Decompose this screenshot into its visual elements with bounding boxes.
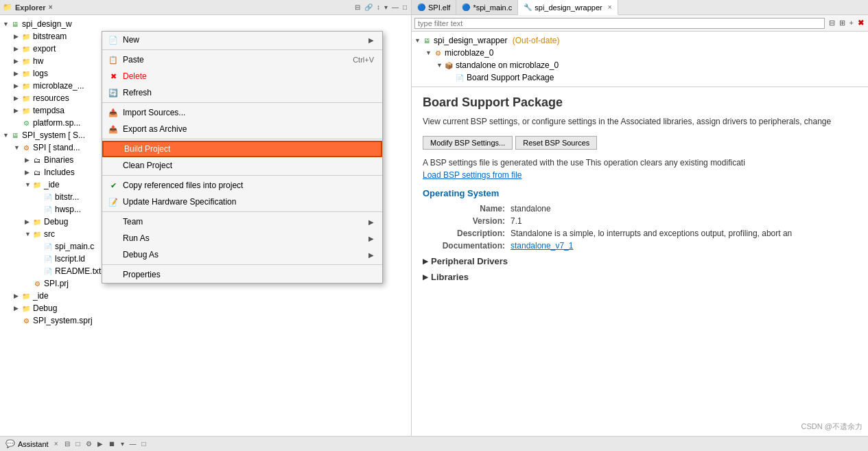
bottom-icon-7[interactable]: — xyxy=(128,439,138,448)
reset-bsp-button[interactable]: Reset BSP Sources xyxy=(515,136,597,150)
paste-menu-icon: 📋 xyxy=(108,54,119,65)
tree-arrow-debug2: ▶ xyxy=(14,305,21,312)
menu-item-copy-ref[interactable]: ✔ Copy referenced files into project xyxy=(102,177,382,194)
menu-item-new[interactable]: 📄 New ▶ xyxy=(102,32,382,48)
sync-icon[interactable]: ↕ xyxy=(375,3,382,12)
link-editor-icon[interactable]: 🔗 xyxy=(363,3,374,12)
bsp-action-buttons: Modify BSP Settings... Reset BSP Sources xyxy=(423,136,857,150)
bsp-tree-standalone[interactable]: ▼ 📦 standalone on microblaze_0 xyxy=(412,59,868,71)
tree-label-spi-main: spi_main.c xyxy=(55,242,94,251)
folder-icon-src: 📁 xyxy=(32,229,43,239)
menu-divider-3 xyxy=(102,139,382,139)
tree-label-debug: Debug xyxy=(44,217,68,227)
bsp-name-value: standalone xyxy=(511,204,551,213)
menu-item-run-as[interactable]: Run As ▶ xyxy=(102,230,382,246)
expand-bsp-icon[interactable]: ⊞ xyxy=(838,18,847,28)
context-menu: 📄 New ▶ 📋 Paste Ctrl+V xyxy=(102,31,383,284)
menu-item-build-label: Build Project xyxy=(124,144,170,154)
tab-label-spi-main-c: *spi_main.c xyxy=(473,3,512,12)
menu-item-paste[interactable]: 📋 Paste Ctrl+V xyxy=(102,51,382,68)
tab-spi-design-wrapper[interactable]: 🔧 spi_design_wrapper × xyxy=(518,0,618,15)
folder-icon-debug2: 📁 xyxy=(21,303,32,313)
assistant-close-icon[interactable]: × xyxy=(54,440,58,448)
bsp-version-label: Version: xyxy=(423,216,505,226)
tab-close-spi-design-wrapper[interactable]: × xyxy=(608,3,612,11)
menu-item-properties[interactable]: Properties xyxy=(102,266,382,283)
folder-icon-includes: 🗂 xyxy=(32,167,43,177)
add-bsp-icon[interactable]: + xyxy=(848,18,855,28)
menu-icon[interactable]: ▾ xyxy=(383,3,389,12)
right-panel: 🔵 SPI.elf 🔵 *spi_main.c 🔧 spi_design_wra… xyxy=(412,0,868,436)
tree-label-binaries: Binaries xyxy=(44,155,73,165)
export-menu-icon: 📤 xyxy=(108,124,119,135)
min-icon[interactable]: — xyxy=(390,3,400,12)
tree-item-ide2[interactable]: ▶ 📁 _ide xyxy=(0,290,411,302)
menu-item-export-label: Export as Archive xyxy=(123,124,187,134)
bottom-icon-5[interactable]: ⏹ xyxy=(107,439,117,448)
bottom-icon-4[interactable]: ▶ xyxy=(96,439,104,448)
tab-spi-main-c[interactable]: 🔵 *spi_main.c xyxy=(456,0,518,14)
folder-icon-export: 📁 xyxy=(21,44,32,54)
tab-spi-elf[interactable]: 🔵 SPI.elf xyxy=(412,0,456,14)
close-bsp-icon[interactable]: ✖ xyxy=(856,18,865,28)
menu-item-refresh[interactable]: 🔄 Refresh xyxy=(102,84,382,101)
folder-icon-logs: 📁 xyxy=(21,69,32,78)
filter-input[interactable] xyxy=(414,18,825,29)
explorer-close-icon[interactable]: × xyxy=(49,3,53,11)
libraries-section[interactable]: ▶ Libraries xyxy=(423,272,857,282)
menu-item-clean[interactable]: Clean Project xyxy=(102,157,382,174)
project-icon-spi-design-w: 🖥 xyxy=(10,19,21,29)
tree-label-tempdsa: tempdsa xyxy=(33,106,64,115)
max-icon[interactable]: □ xyxy=(401,3,408,12)
bottom-icon-8[interactable]: □ xyxy=(141,439,148,448)
menu-item-export[interactable]: 📤 Export as Archive xyxy=(102,121,382,137)
menu-item-team-label: Team xyxy=(123,217,143,227)
collapse-bsp-icon[interactable]: ⊟ xyxy=(828,18,836,28)
libraries-label: Libraries xyxy=(431,272,469,282)
copy-ref-menu-icon: ✔ xyxy=(108,180,119,191)
bottom-icon-6[interactable]: ▾ xyxy=(119,439,126,448)
bottom-icon-2[interactable]: □ xyxy=(74,439,81,448)
bsp-tree-bsp[interactable]: 📄 Board Support Package xyxy=(412,71,868,84)
menu-item-debug-as[interactable]: Debug As ▶ xyxy=(102,246,382,263)
menu-item-import[interactable]: 📥 Import Sources... xyxy=(102,104,382,121)
delete-menu-icon: ✖ xyxy=(108,71,119,82)
peripheral-drivers-label: Peripheral Drivers xyxy=(431,256,508,266)
load-bsp-link[interactable]: Load BSP settings from file xyxy=(423,170,857,180)
assistant-icon: 💬 xyxy=(5,439,15,448)
menu-item-delete[interactable]: ✖ Delete xyxy=(102,68,382,84)
watermark: CSDN @不遗余力 xyxy=(801,421,863,432)
tree-arrow-logs: ▶ xyxy=(14,70,21,77)
tab-icon-spi-main-c: 🔵 xyxy=(462,3,470,11)
modify-bsp-button[interactable]: Modify BSP Settings... xyxy=(423,136,513,150)
tree-item-spi-design-w[interactable]: ▼ 🖥 spi_design_w xyxy=(0,18,411,30)
bottom-icon-1[interactable]: ⊟ xyxy=(63,439,71,448)
properties-menu-icon xyxy=(108,269,119,280)
bsp-tree-project[interactable]: ▼ 🖥 spi_design_wrapper (Out-of-date) xyxy=(412,34,868,47)
bsp-documentation-link[interactable]: standalone_v7_1 xyxy=(511,241,573,251)
team-menu-icon xyxy=(108,216,119,227)
peripheral-drivers-section[interactable]: ▶ Peripheral Drivers xyxy=(423,256,857,266)
tree-label-spi-design-w: spi_design_w xyxy=(22,19,72,29)
menu-item-team[interactable]: Team ▶ xyxy=(102,213,382,230)
menu-divider-2 xyxy=(102,102,382,103)
menu-item-import-label: Import Sources... xyxy=(123,108,185,117)
menu-item-clean-label: Clean Project xyxy=(123,161,172,170)
menu-item-build[interactable]: Build Project xyxy=(102,141,382,157)
tree-item-debug2[interactable]: ▶ 📁 Debug xyxy=(0,302,411,314)
tree-arrow-spi-bsp: ▼ xyxy=(14,144,21,151)
tree-arrow-includes: ▶ xyxy=(25,169,32,176)
tab-bar: 🔵 SPI.elf 🔵 *spi_main.c 🔧 spi_design_wra… xyxy=(412,0,868,15)
tree-arrow-resources: ▶ xyxy=(14,95,21,102)
os-section-title: Operating System xyxy=(423,188,857,198)
menu-item-update-hw[interactable]: 📝 Update Hardware Specification xyxy=(102,194,382,210)
bsp-tree-microblaze-arrow: ▼ xyxy=(425,49,432,56)
bottom-icon-3[interactable]: ⚙ xyxy=(84,439,93,448)
tree-item-spi-system-sprj[interactable]: ⚙ SPI_system.sprj xyxy=(0,314,411,327)
tree-label-spi-prj: SPI.prj xyxy=(44,279,69,288)
microblaze-icon: ⚙ xyxy=(432,48,443,58)
bsp-tree-microblaze[interactable]: ▼ ⚙ microblaze_0 xyxy=(412,47,868,59)
filter-bar: ⊟ ⊞ + ✖ xyxy=(412,15,868,32)
collapse-all-icon[interactable]: ⊟ xyxy=(353,3,362,12)
menu-item-properties-label: Properties xyxy=(123,270,161,279)
